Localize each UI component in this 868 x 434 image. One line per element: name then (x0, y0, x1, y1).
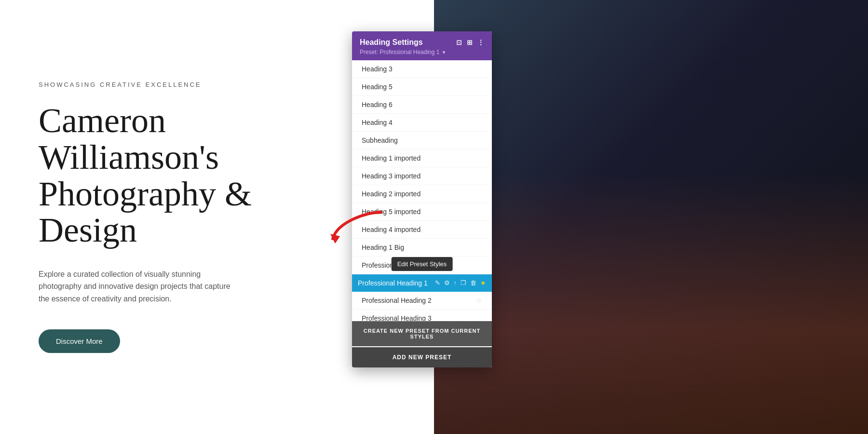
layout-icon[interactable]: ⊞ (467, 39, 473, 46)
item-label: Professional Heading 2 (362, 297, 432, 304)
panel-title-text: Heading Settings (360, 38, 423, 47)
list-item[interactable]: Subheading (352, 132, 492, 149)
star-icon[interactable]: ☆ (476, 297, 482, 304)
left-content-area: SHOWCASING CREATIVE EXCELLENCE Cameron W… (0, 0, 347, 434)
item-label: Heading 2 imported (362, 190, 420, 198)
panel-preset[interactable]: Preset: Professional Heading 1 ▼ (360, 49, 484, 55)
list-item[interactable]: Heading 3 imported (352, 167, 492, 185)
list-item[interactable]: Professional Heading 3 (352, 310, 492, 321)
create-preset-button[interactable]: CREATE NEW PRESET FROM CURRENT STYLES (352, 321, 492, 346)
list-item[interactable]: Heading 2 imported (352, 185, 492, 203)
background-right (434, 0, 868, 434)
item-label: Heading 4 (362, 119, 393, 126)
list-item[interactable]: Profession (352, 257, 492, 274)
active-preset-item[interactable]: Professional Heading 1 ✎ ⚙ ↑ ❐ 🗑 ★ (352, 274, 492, 292)
list-item[interactable]: Heading 6 (352, 96, 492, 114)
item-label: Heading 3 (362, 65, 393, 73)
panel-title-icons: ⊡ ⊞ ⋮ (456, 39, 484, 46)
list-item[interactable]: Heading 5 (352, 78, 492, 96)
main-heading: Cameron Williamson's Photography & Desig… (39, 103, 309, 248)
list-item[interactable]: Professional Heading 2 ☆ (352, 292, 492, 310)
preset-list[interactable]: Heading 3 Heading 5 Heading 6 Heading 4 … (352, 60, 492, 321)
screen-icon[interactable]: ⊡ (456, 39, 462, 46)
heading-settings-panel: Heading Settings ⊡ ⊞ ⋮ Preset: Professio… (352, 31, 492, 367)
edit-icon[interactable]: ✎ (435, 279, 440, 287)
item-label: Profession (362, 261, 393, 269)
list-item[interactable]: Heading 3 (352, 60, 492, 78)
gear-icon[interactable]: ⚙ (444, 279, 450, 287)
upload-icon[interactable]: ↑ (454, 279, 457, 287)
star-icon[interactable]: ★ (480, 279, 486, 287)
panel-header: Heading Settings ⊡ ⊞ ⋮ Preset: Professio… (352, 31, 492, 60)
item-label: Heading 4 imported (362, 226, 420, 233)
item-label: Heading 5 imported (362, 208, 420, 216)
item-label: Heading 6 (362, 101, 393, 108)
preset-label-text: Preset: Professional Heading 1 (360, 49, 439, 55)
preset-dropdown-arrow: ▼ (441, 50, 446, 55)
discover-button[interactable]: Discover More (39, 329, 120, 353)
active-item-container: Edit Preset Styles Professional Heading … (352, 274, 492, 292)
item-label: Heading 5 (362, 83, 393, 91)
item-label: Heading 3 imported (362, 172, 420, 180)
list-item[interactable]: Heading 1 Big (352, 239, 492, 257)
list-item[interactable]: Heading 1 imported (352, 149, 492, 167)
page-subtitle: SHOWCASING CREATIVE EXCELLENCE (39, 81, 309, 88)
active-item-action-icons: ✎ ⚙ ↑ ❐ 🗑 ★ (435, 279, 487, 287)
item-label: Heading 1 Big (362, 244, 404, 251)
item-label: Subheading (362, 136, 398, 144)
panel-footer: CREATE NEW PRESET FROM CURRENT STYLES AD… (352, 321, 492, 367)
list-item[interactable]: Heading 4 imported (352, 221, 492, 239)
add-preset-button[interactable]: ADD NEW PRESET (352, 347, 492, 367)
item-label: Heading 1 imported (362, 154, 420, 162)
list-item[interactable]: Heading 5 imported (352, 203, 492, 221)
delete-icon[interactable]: 🗑 (470, 279, 476, 287)
description-text: Explore a curated collection of visually… (39, 268, 231, 305)
item-label: Professional Heading 3 (362, 314, 432, 321)
copy-icon[interactable]: ❐ (461, 279, 466, 287)
more-icon[interactable]: ⋮ (477, 39, 484, 46)
active-item-label: Professional Heading 1 (358, 279, 432, 287)
list-item[interactable]: Heading 4 (352, 114, 492, 132)
panel-title-row: Heading Settings ⊡ ⊞ ⋮ (360, 38, 484, 47)
